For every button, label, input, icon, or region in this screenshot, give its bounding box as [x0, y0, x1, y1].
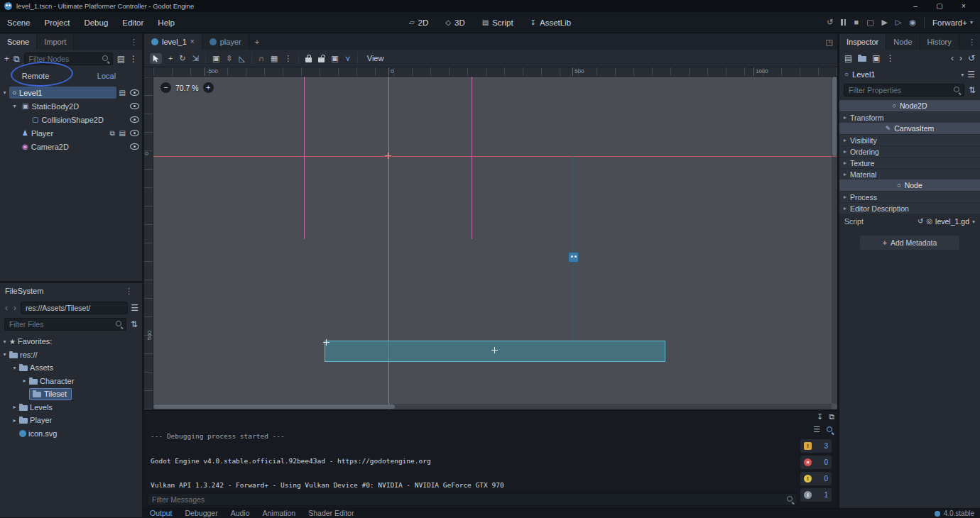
- scrollbar-thumb[interactable]: [832, 77, 837, 156]
- chevron-down-icon[interactable]: ▾: [961, 72, 964, 78]
- smart-snap-icon[interactable]: ∩: [258, 55, 264, 62]
- ruler-tool-icon[interactable]: ◺: [239, 55, 245, 62]
- local-button[interactable]: Local: [71, 68, 142, 84]
- play-custom-scene-icon[interactable]: ▷: [895, 18, 901, 26]
- sort-files-icon[interactable]: ⇅: [131, 320, 138, 329]
- zoom-level[interactable]: 70.7 %: [175, 84, 199, 92]
- fs-row-res[interactable]: ▾ res://: [0, 348, 142, 362]
- history-forward-icon[interactable]: ›: [959, 54, 962, 62]
- horizontal-scrollbar[interactable]: [153, 404, 832, 409]
- node-staticbody2d[interactable]: ▣ StaticBody2D: [19, 100, 127, 112]
- menu-help[interactable]: Help: [151, 12, 182, 33]
- skeleton-options-icon[interactable]: ⋎: [345, 55, 351, 62]
- tree-row-collisionshape2d[interactable]: ▢ CollisionShape2D: [0, 113, 142, 126]
- pan-tool-icon[interactable]: ⇳: [226, 55, 232, 62]
- pause-icon[interactable]: [841, 19, 846, 26]
- fs-row-favorites[interactable]: ▾ ★ Favorites:: [0, 335, 142, 348]
- scrollbar-thumb[interactable]: [153, 404, 395, 409]
- history-back-icon[interactable]: ‹: [951, 54, 954, 62]
- group-icon[interactable]: ▣: [331, 55, 338, 62]
- attach-script-icon[interactable]: ▤: [117, 55, 125, 63]
- scene-tab-player[interactable]: player: [202, 34, 249, 50]
- node-level1[interactable]: ○ Level1: [9, 87, 116, 99]
- resource-menu-icon[interactable]: ⋮: [886, 54, 895, 62]
- visibility-eye-icon[interactable]: [130, 143, 139, 150]
- add-node-icon[interactable]: +: [4, 55, 9, 63]
- menu-editor[interactable]: Editor: [115, 12, 151, 33]
- view-menu[interactable]: View: [364, 54, 387, 62]
- warning-count-badge[interactable]: ! 0: [800, 472, 832, 485]
- add-metadata-button[interactable]: + Add Metadata: [860, 236, 959, 250]
- tab-history[interactable]: History: [920, 34, 959, 50]
- dock-menu-icon[interactable]: ⋮: [126, 34, 142, 50]
- category-transform[interactable]: ▸ Transform: [839, 111, 980, 123]
- expander-icon[interactable]: ▾: [10, 365, 19, 371]
- grid-snap-icon[interactable]: ▦: [271, 55, 278, 62]
- load-resource-icon[interactable]: [858, 56, 866, 62]
- menu-scene[interactable]: Scene: [0, 12, 38, 33]
- fs-item-tileset[interactable]: Tileset: [29, 388, 72, 400]
- filter-properties-input[interactable]: [844, 84, 964, 97]
- filesystem-menu-icon[interactable]: ⋮: [121, 283, 137, 299]
- tab-node[interactable]: Node: [886, 34, 920, 50]
- alert-count-badge[interactable]: ! 3: [800, 439, 832, 453]
- object-history-icon[interactable]: ↺: [968, 54, 975, 62]
- scene-dock-menu-icon[interactable]: ⋮: [129, 55, 138, 63]
- tree-row-level1[interactable]: ▾ ○ Level1 ▤: [0, 86, 142, 99]
- search-log-icon[interactable]: [826, 426, 834, 434]
- unlock-icon[interactable]: [318, 57, 325, 62]
- script-icon[interactable]: ▤: [119, 89, 126, 97]
- visibility-eye-icon[interactable]: [130, 103, 139, 109]
- renderer-dropdown[interactable]: Forward+ ▾: [932, 18, 973, 27]
- category-editor-description[interactable]: ▸ Editor Description: [839, 202, 980, 214]
- expander-icon[interactable]: ▾: [0, 351, 9, 358]
- play-scene-icon[interactable]: ▶: [882, 18, 888, 26]
- toggle-split-icon[interactable]: ☰: [131, 304, 138, 312]
- expander-icon[interactable]: ▸: [20, 378, 29, 384]
- open-instance-icon[interactable]: ⧉: [109, 130, 114, 137]
- close-icon[interactable]: ×: [952, 0, 976, 12]
- move-tool-icon[interactable]: +: [168, 55, 173, 62]
- canvas-2d[interactable]: − 70.7 % +: [153, 77, 837, 409]
- fs-row-levels[interactable]: ▸ Levels: [0, 401, 142, 414]
- save-resource-icon[interactable]: ▣: [872, 54, 880, 62]
- filter-nodes-input[interactable]: [24, 53, 113, 65]
- workspace-3d-button[interactable]: ◇ 3D: [439, 16, 471, 29]
- rotate-tool-icon[interactable]: ↻: [179, 55, 185, 62]
- scale-tool-icon[interactable]: ⇲: [192, 55, 199, 62]
- lock-icon[interactable]: [305, 57, 312, 62]
- tab-inspector[interactable]: Inspector: [839, 34, 886, 50]
- collapse-log-icon[interactable]: ☰: [813, 426, 820, 434]
- close-tab-icon[interactable]: ×: [190, 34, 195, 50]
- zoom-out-icon[interactable]: −: [160, 82, 171, 93]
- maximize-icon[interactable]: ▢: [927, 0, 952, 12]
- workspace-2d-button[interactable]: ▱ 2D: [403, 16, 435, 29]
- category-ordering[interactable]: ▸ Ordering: [839, 145, 980, 157]
- category-material[interactable]: ▸ Material: [839, 168, 980, 180]
- fs-row-character[interactable]: ▸ Character: [0, 375, 142, 388]
- node-collisionshape2d[interactable]: ▢ CollisionShape2D: [29, 114, 127, 126]
- tree-row-player[interactable]: ♟ Player ⧉ ▤: [0, 126, 142, 140]
- zoom-in-icon[interactable]: +: [203, 82, 214, 93]
- forward-icon[interactable]: ›: [12, 303, 18, 313]
- minimize-icon[interactable]: –: [903, 0, 927, 12]
- instance-scene-icon[interactable]: ⧉: [13, 55, 20, 63]
- vertical-scrollbar[interactable]: [832, 77, 837, 404]
- expand-viewport-icon[interactable]: ◳: [822, 34, 837, 50]
- dock-menu-icon[interactable]: ⋮: [964, 34, 980, 50]
- remote-button[interactable]: Remote: [0, 68, 71, 84]
- visibility-eye-icon[interactable]: [130, 116, 139, 123]
- tree-row-staticbody2d[interactable]: ▾ ▣ StaticBody2D: [0, 99, 142, 113]
- expander-icon[interactable]: ▾: [10, 103, 19, 109]
- fs-row-player[interactable]: ▸ Player: [0, 414, 142, 427]
- tab-scene[interactable]: Scene: [0, 34, 37, 50]
- script-icon[interactable]: ▤: [119, 130, 126, 137]
- filter-files-input[interactable]: [4, 318, 126, 331]
- revert-icon[interactable]: ↺: [918, 218, 923, 225]
- info-count-badge[interactable]: i 1: [800, 488, 832, 502]
- player-sprite[interactable]: [568, 252, 579, 263]
- script-value-dropdown[interactable]: ↺ ◎ level_1.gd ▾: [918, 217, 975, 226]
- back-icon[interactable]: ‹: [4, 303, 9, 313]
- stop-icon[interactable]: ■: [854, 18, 859, 26]
- node-camera2d[interactable]: ◉ Camera2D: [19, 140, 127, 153]
